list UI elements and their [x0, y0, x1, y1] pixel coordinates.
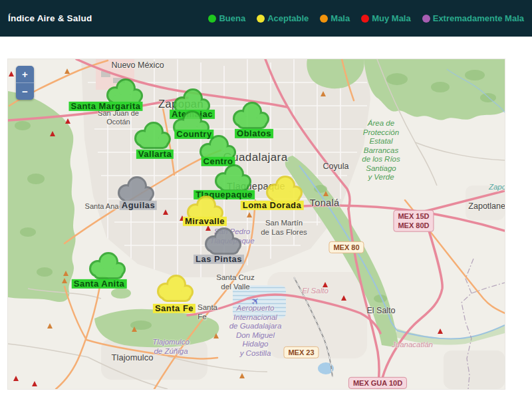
shield-line: MEX GUA 10D: [353, 378, 402, 388]
legend-label: Aceptable: [267, 13, 309, 23]
extremadamente-mala-dot-icon: [422, 15, 430, 23]
peak-icon: [13, 376, 19, 381]
page-title: Índice Aire & Salud: [8, 13, 92, 23]
legend-label: Extremadamente Mala: [433, 13, 524, 23]
place-label: Santa Cruz del Valle: [216, 273, 255, 291]
cloud-icon[interactable]: [88, 251, 129, 280]
mala-dot-icon: [320, 15, 328, 23]
cloud-icon[interactable]: [156, 273, 197, 303]
peak-icon: [213, 333, 219, 338]
cloud-icon[interactable]: [213, 163, 255, 192]
aceptable-dot-icon: [257, 15, 265, 23]
place-label: Nuevo México: [111, 61, 164, 70]
place-label: Tlajomulco: [112, 352, 154, 362]
peak-icon: [9, 71, 14, 76]
peak-icon: [321, 91, 326, 96]
legend-label: Muy Mala: [372, 13, 411, 23]
legend-item-mala: Mala: [320, 13, 350, 23]
road-shield: MEX 23: [283, 346, 319, 358]
legend-label: Buena: [219, 13, 245, 23]
peak-icon: [63, 271, 68, 276]
app-header: Índice Aire & Salud Buena Aceptable Mala…: [0, 0, 532, 37]
station-label[interactable]: Aguilas: [120, 201, 157, 210]
cloud-icon[interactable]: [203, 226, 245, 255]
shield-line: MEX 23: [288, 348, 314, 357]
legend-label: Mala: [331, 13, 350, 23]
peak-icon: [323, 191, 329, 196]
road-shield: MEX 80: [329, 241, 364, 253]
place-label: Juanacatlán: [392, 340, 433, 350]
place-label: Santa Ana: [85, 202, 119, 211]
peak-icon: [132, 327, 137, 332]
station-label[interactable]: Miravalle: [183, 217, 227, 226]
peak-icon: [62, 278, 67, 283]
place-label: Zapo: [489, 183, 505, 192]
cloud-icon[interactable]: [133, 120, 174, 150]
zoom-out-button[interactable]: −: [16, 83, 34, 100]
place-label: Tlajomulco de Zúñiga: [152, 338, 190, 356]
legend-item-aceptable: Aceptable: [257, 13, 309, 23]
peak-icon: [438, 329, 443, 334]
place-label: Zapotlanejo: [468, 201, 505, 211]
place-label: Área de Protección Estatal Barrancas de …: [362, 119, 400, 182]
road-shield: MEX GUA 10D: [348, 377, 407, 389]
station-label[interactable]: Santa Anita: [72, 279, 127, 289]
place-label: Coyula: [323, 162, 349, 172]
peak-icon: [239, 373, 245, 378]
place-label: San Martín de Las Flores: [261, 219, 307, 237]
station-label[interactable]: Loma Dorada: [241, 201, 304, 210]
legend-item-extremadamente-mala: Extremadamente Mala: [422, 13, 524, 23]
peak-icon: [50, 131, 55, 136]
place-label: Tonalá: [310, 198, 340, 209]
shield-line: MEX 15D: [398, 211, 429, 221]
station-label[interactable]: Oblatos: [235, 129, 273, 138]
cloud-icon[interactable]: [231, 100, 273, 130]
peak-icon: [47, 323, 53, 329]
legend-item-buena: Buena: [208, 13, 245, 23]
shield-line: MEX 80: [333, 243, 359, 252]
peak-icon: [65, 68, 70, 74]
muy-mala-dot-icon: [361, 15, 369, 23]
place-label: El Salto: [302, 287, 329, 296]
peak-icon: [163, 209, 168, 215]
zoom-in-button[interactable]: +: [16, 66, 34, 83]
peak-icon: [341, 295, 346, 301]
map-zoom-control: + −: [16, 66, 34, 100]
station-label[interactable]: Santa Fe: [153, 304, 196, 313]
station-label[interactable]: Vallarta: [136, 150, 174, 159]
air-quality-legend: Buena Aceptable Mala Muy Mala Extremadam…: [208, 13, 524, 23]
buena-dot-icon: [208, 15, 216, 23]
station-label[interactable]: Santa Margarita: [68, 102, 142, 111]
cloud-icon[interactable]: [265, 174, 306, 203]
legend-item-muy-mala: Muy Mala: [361, 13, 411, 23]
air-quality-map[interactable]: Nuevo México San Juan de Ocotán Zapopan …: [7, 59, 505, 390]
peak-icon: [65, 118, 70, 124]
peak-icon: [247, 212, 252, 217]
place-label: El Salto: [366, 306, 395, 316]
peak-icon: [32, 381, 37, 386]
station-label[interactable]: Las Pintas: [194, 255, 244, 264]
shield-line: MEX 80D: [398, 221, 429, 230]
place-label: Aeropuerto Internacional de Guadalajara …: [229, 304, 282, 358]
road-shield: MEX 15D MEX 80D: [393, 210, 434, 232]
